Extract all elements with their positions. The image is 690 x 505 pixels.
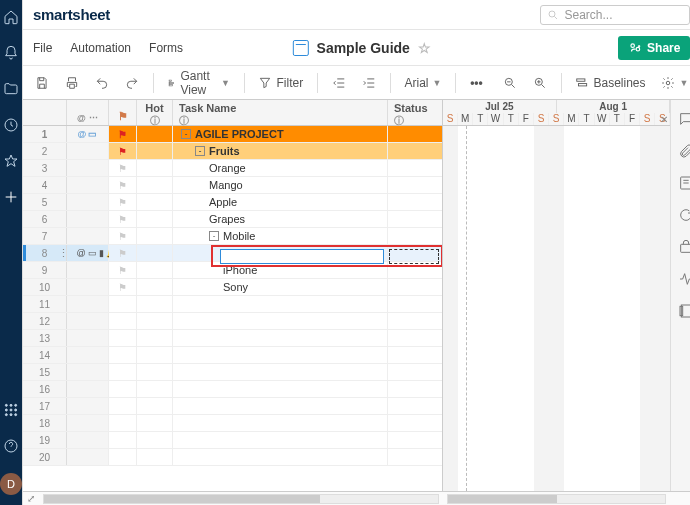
row-15[interactable]: 15 [23,364,442,381]
outdent-button[interactable] [326,72,352,94]
activity-log-icon[interactable] [677,270,690,288]
row-4[interactable]: 4⚑Mango [23,177,442,194]
row-19[interactable]: 19 [23,432,442,449]
svg-point-4 [5,409,7,411]
row-18[interactable]: 18 [23,415,442,432]
fullscreen-icon[interactable]: ⤢ [23,493,39,504]
svg-rect-14 [169,80,172,81]
search-placeholder: Search... [564,8,612,22]
svg-rect-23 [681,244,690,252]
svg-rect-15 [169,82,173,83]
save-button[interactable] [29,72,55,94]
row-13[interactable]: 13 [23,330,442,347]
font-picker[interactable]: Arial ▼ [399,72,448,94]
row-14[interactable]: 14 [23,347,442,364]
gantt-settings-button[interactable]: ▼ [655,72,690,94]
zoom-in-button[interactable] [527,72,553,94]
grid-pane: @⋯ ⚑ Hotⓘ Task Nameⓘ Statusⓘ 1@▭⚑-AGILE … [23,100,443,491]
launcher-icon[interactable] [2,401,20,419]
row-5[interactable]: 5⚑Apple [23,194,442,211]
svg-point-8 [10,414,12,416]
svg-rect-20 [579,83,587,85]
row-17[interactable]: 17 [23,398,442,415]
row-11[interactable]: 11 [23,296,442,313]
publish-icon[interactable] [677,238,690,256]
baselines-button[interactable]: Baselines [569,72,651,94]
svg-point-7 [5,414,7,416]
gantt-pane: Jul 25 Aug 1 SMTWTFSSMTWTFSS ✕ [443,100,670,491]
create-icon[interactable] [2,188,20,206]
brand-logo[interactable]: smartsheet [33,6,110,23]
svg-point-5 [10,409,12,411]
row-16[interactable]: 16 [23,381,442,398]
gantt-week-1[interactable]: Jul 25 [443,100,557,113]
svg-rect-16 [169,84,172,85]
zoom-out-button[interactable] [497,72,523,94]
gantt-hscroll[interactable] [447,494,666,504]
sheet-icon [293,40,309,56]
column-hot[interactable]: Hotⓘ [137,100,173,125]
menu-file[interactable]: File [33,41,52,55]
row-7[interactable]: 7⚑-Mobile [23,228,442,245]
row-12[interactable]: 12 [23,313,442,330]
proofs-icon[interactable] [677,174,690,192]
row-1[interactable]: 1@▭⚑-AGILE PROJECT [23,126,442,143]
redo-button[interactable] [119,72,145,94]
svg-point-12 [631,43,635,47]
column-status[interactable]: Statusⓘ [388,100,442,125]
svg-point-3 [15,404,17,406]
browse-icon[interactable] [2,80,20,98]
grid-hscroll[interactable] [43,494,439,504]
toolbar: Gantt View▼ Filter Arial ▼ ••• Baselines… [23,66,690,100]
svg-point-11 [549,11,555,17]
right-rail [670,100,690,491]
svg-point-2 [10,404,12,406]
svg-point-9 [15,414,17,416]
menu-automation[interactable]: Automation [70,41,131,55]
undo-button[interactable] [89,72,115,94]
conversations-icon[interactable] [677,110,690,128]
svg-point-13 [636,47,640,51]
document-title[interactable]: Sample Guide [317,40,410,56]
svg-rect-19 [577,78,585,80]
home-icon[interactable] [2,8,20,26]
selection-focus [389,249,439,264]
summary-icon[interactable] [677,302,690,320]
column-task-name[interactable]: Task Nameⓘ [173,100,388,125]
recents-icon[interactable] [2,116,20,134]
indent-button[interactable] [356,72,382,94]
print-button[interactable] [59,72,85,94]
gantt-close-icon[interactable]: ✕ [660,114,668,125]
document-bar: File Automation Forms Sample Guide ☆ Sha… [23,30,690,66]
svg-point-21 [667,81,671,85]
gantt-body[interactable] [443,126,670,491]
update-requests-icon[interactable] [677,206,690,224]
more-formatting[interactable]: ••• [464,72,489,94]
row-20[interactable]: 20 [23,449,442,466]
svg-point-1 [5,404,7,406]
svg-point-6 [15,409,17,411]
favorites-icon[interactable] [2,152,20,170]
filter-button[interactable]: Filter [252,72,309,94]
gantt-week-2[interactable]: Aug 1 [557,100,671,113]
share-button[interactable]: Share [618,36,690,60]
view-switcher[interactable]: Gantt View▼ [162,65,236,101]
footer-bar: ⤢ [23,491,690,505]
global-search[interactable]: Search... [540,5,690,25]
notifications-icon[interactable] [2,44,20,62]
row-10[interactable]: 10⚑Sony [23,279,442,296]
favorite-star-icon[interactable]: ☆ [418,40,431,56]
top-bar: smartsheet Search... [23,0,690,30]
attachments-icon[interactable] [677,142,690,160]
row-2[interactable]: 2⚑-Fruits [23,143,442,160]
account-avatar[interactable]: D [0,473,22,495]
row-6[interactable]: 6⚑Grapes [23,211,442,228]
row-3[interactable]: 3⚑Orange [23,160,442,177]
row-9[interactable]: 9⚑iPhone [23,262,442,279]
help-icon[interactable] [2,437,20,455]
active-cell[interactable] [220,249,384,264]
menu-forms[interactable]: Forms [149,41,183,55]
global-nav: D [0,0,22,505]
